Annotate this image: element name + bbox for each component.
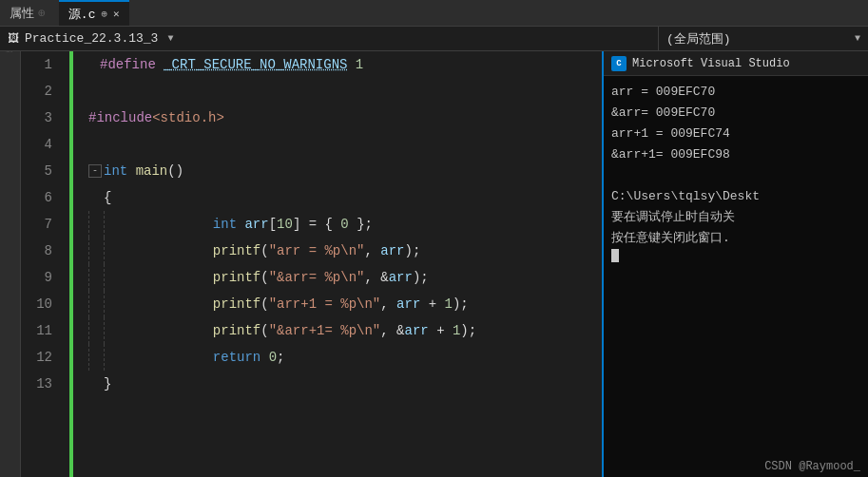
tab-properties[interactable]: 属性 ⊕ [0,0,59,26]
output-title-text: Microsoft Visual Studio [632,57,790,70]
sidebar-label: 属性 [4,55,16,63]
output-line-2: &arr= 009EFC70 [611,103,860,124]
output-cursor-line [611,249,860,262]
main-area: 属性 1 2 3 4 5 6 7 8 9 10 11 12 13 [0,51,868,477]
file-dropdown[interactable]: 🖼 Practice_22.3.13_3 ▼ [0,27,659,50]
line-numbers: 1 2 3 4 5 6 7 8 9 10 11 12 13 [21,51,64,477]
tab-close-icon[interactable]: ✕ [113,8,120,20]
cursor [611,249,619,262]
output-content: arr = 009EFC70 &arr= 009EFC70 arr+1 = 00… [604,76,868,456]
vs-icon: C [611,56,627,71]
scope-dropdown[interactable]: (全局范围) ▼ [659,27,868,50]
dropdown-chevron-right: ▼ [855,33,860,44]
dropdown-chevron-left: ▼ [167,33,173,44]
output-line-7: 要在调试停止时自动关 [611,207,860,228]
output-line-1: arr = 009EFC70 [611,82,860,103]
collapse-icon[interactable]: - [88,164,102,178]
tab-pin-icon: ⊕ [101,8,107,20]
output-line-3: arr+1 = 009EFC74 [611,124,860,144]
title-bar: 属性 ⊕ 源.c ⊕ ✕ [0,0,868,27]
tab-source[interactable]: 源.c ⊕ ✕ [59,0,129,26]
output-line-6: C:\Users\tqlsy\Deskt [611,186,860,207]
output-line-5 [611,165,860,186]
output-footer: CSDN @Raymood_ [604,456,868,477]
vs-icon-label: C [616,59,621,68]
file-dropdown-label: Practice_22.3.13_3 [25,31,158,46]
code-editor[interactable]: 1 2 3 4 5 6 7 8 9 10 11 12 13 [21,51,868,477]
scope-dropdown-label: (全局范围) [666,30,731,48]
output-panel: C Microsoft Visual Studio arr = 009EFC70… [602,51,868,477]
output-line-4: &arr+1= 009EFC98 [611,144,860,165]
code-content: 1 2 3 4 5 6 7 8 9 10 11 12 13 [21,51,868,477]
sidebar-icons: 属性 [0,51,21,477]
output-title-bar: C Microsoft Visual Studio [604,51,868,76]
tab-properties-label: 属性 [10,5,34,22]
output-line-8: 按任意键关闭此窗口. [611,228,860,249]
tab-source-label: 源.c [68,6,96,23]
dropdown-bar: 🖼 Practice_22.3.13_3 ▼ (全局范围) ▼ [0,27,868,51]
